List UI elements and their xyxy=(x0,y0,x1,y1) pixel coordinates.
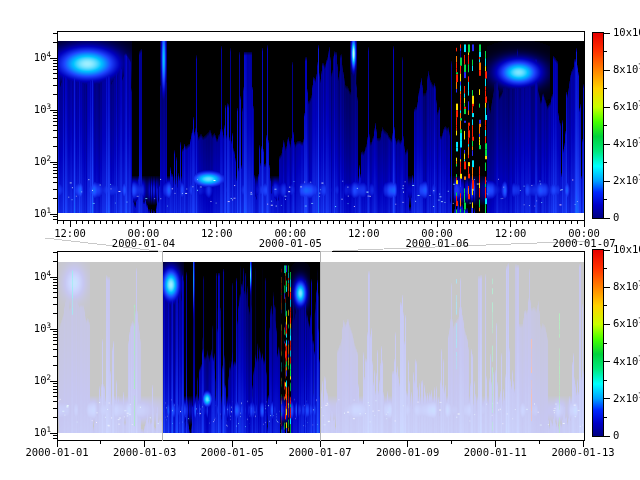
top-x-tick-label: 00:00 xyxy=(128,228,160,239)
cb1-tick-label: 4x107 xyxy=(613,138,640,149)
top-x-tick-label: 12:00 xyxy=(201,228,233,239)
top-y-tick-label: 103 xyxy=(34,104,51,115)
cb1-tick-label: 0 xyxy=(613,212,619,223)
top-x-tick-label: 12:00 xyxy=(348,228,380,239)
cb1-ticks xyxy=(604,33,610,218)
cb1-tick-label: 8x107 xyxy=(613,64,640,75)
top-x-date-label: 2000-01-05 xyxy=(259,238,322,249)
cb2-ticks xyxy=(604,250,610,436)
overview-spectrogram-plot[interactable] xyxy=(58,262,584,433)
top-x-tick-label: 00:00 xyxy=(274,228,306,239)
top-x-date-label: 2000-01-07 xyxy=(552,238,615,249)
cb2-tick-label: 0 xyxy=(613,430,619,441)
bottom-y-tick-label: 101 xyxy=(34,427,51,438)
top-spectrogram-plot[interactable] xyxy=(58,41,584,213)
zoom-selection-region[interactable] xyxy=(162,251,320,441)
bottom-x-tick-label: 2000-01-07 xyxy=(288,447,351,458)
top-y-tick-label: 101 xyxy=(34,208,51,219)
top-x-date-label: 2000-01-06 xyxy=(406,238,469,249)
top-colorbar xyxy=(592,32,604,219)
bottom-x-tick-label: 2000-01-01 xyxy=(25,447,88,458)
cb1-tick-label: 2x107 xyxy=(613,175,640,186)
top-x-tick-label: 12:00 xyxy=(495,228,527,239)
bottom-x-tick-label: 2000-01-11 xyxy=(464,447,527,458)
top-y-tick-label: 104 xyxy=(34,52,51,63)
bottom-y-tick-label: 103 xyxy=(34,323,51,334)
zoom-connector-lines xyxy=(45,238,588,252)
cb1-tick-label: 6x107 xyxy=(613,101,640,112)
cb2-tick-label: 2x107 xyxy=(613,393,640,404)
bottom-y-tick-label: 102 xyxy=(34,375,51,386)
bottom-x-tick-label: 2000-01-03 xyxy=(113,447,176,458)
spectrogram-zoom-figure: 12:0000:002000-01-0412:0000:002000-01-05… xyxy=(0,0,640,480)
cb1-tick-label: 10x107 xyxy=(613,27,640,38)
bottom-y-tick-label: 104 xyxy=(34,271,51,282)
top-x-date-label: 2000-01-04 xyxy=(112,238,175,249)
top-x-tick-label: 00:00 xyxy=(421,228,453,239)
bottom-x-tick-label: 2000-01-05 xyxy=(201,447,264,458)
top-x-tick-label: 00:00 xyxy=(568,228,600,239)
top-y-tick-label: 102 xyxy=(34,156,51,167)
cb2-tick-label: 10x107 xyxy=(613,244,640,255)
bottom-x-tick-label: 2000-01-13 xyxy=(551,447,614,458)
cb2-tick-label: 4x107 xyxy=(613,356,640,367)
cb2-tick-label: 8x107 xyxy=(613,282,640,293)
cb2-tick-label: 6x107 xyxy=(613,319,640,330)
bottom-x-tick-label: 2000-01-09 xyxy=(376,447,439,458)
bottom-colorbar xyxy=(592,249,604,437)
top-x-tick-label: 12:00 xyxy=(54,228,86,239)
